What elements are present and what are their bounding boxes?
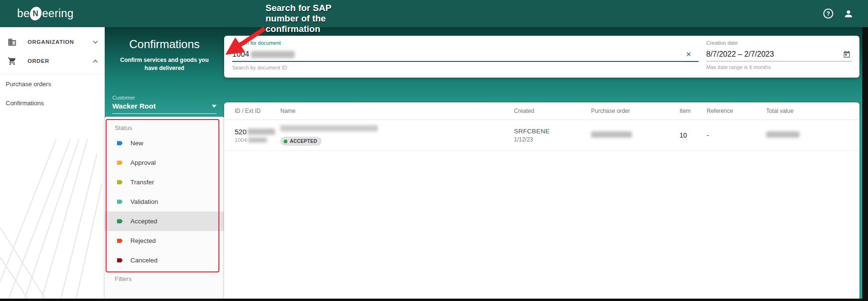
status-item-label: Approval [130,159,156,166]
logo-n-icon: N [28,5,43,22]
status-item-label: Canceled [130,257,158,264]
label-tag-icon [116,179,123,186]
sidebar: ORGANIZATION ORDER Purchase orders Confi… [0,27,105,299]
cell-created: SRFCBENE 1/12/23 [514,128,591,143]
col-header-reference: Reference [707,108,766,114]
ext-id-redacted [248,138,267,142]
col-header-name: Name [280,108,514,114]
appbar-actions: ? [823,9,854,19]
search-input[interactable]: 1004 ✕ [232,48,699,62]
label-tag-icon [116,140,123,147]
col-header-id: ID / Ext ID [224,108,280,114]
status-item-approval[interactable]: Approval [105,153,224,172]
vertical-scrollbar[interactable] [862,27,868,301]
name-redacted [280,125,378,131]
dropdown-caret-icon [212,105,217,108]
cell-purchase-order [591,131,680,140]
search-value-visible: 1004 [232,50,249,59]
creation-date-field: Creation date 8/7/2022 – 2/7/2023 Max da… [699,36,859,78]
table-row[interactable]: 520 1004 ACCEPTED [224,120,859,151]
label-tag-icon [116,218,123,225]
status-item-transfer[interactable]: Transfer [105,172,224,192]
sidebar-item-confirmations[interactable]: Confirmations [0,93,105,112]
filters-section-label: Filters [115,275,224,282]
clear-search-icon[interactable]: ✕ [686,50,691,58]
cell-id: 520 1004 [224,128,280,143]
profile-icon[interactable] [843,9,854,19]
cart-icon [8,57,17,66]
confirmations-table: ID / Ext ID Name Created Purchase order … [224,102,859,299]
status-item-new[interactable]: New [105,133,224,153]
status-item-validation[interactable]: Validation [105,192,224,211]
logo-prefix: be [17,7,30,20]
calendar-icon[interactable] [843,50,851,59]
status-item-label: Accepted [130,218,157,225]
cell-item: 10 [680,131,707,140]
id-redacted [247,129,275,135]
created-date: 1/12/23 [514,136,591,143]
sidebar-item-purchase-orders[interactable]: Purchase orders [0,74,105,93]
chevron-up-icon [93,60,98,63]
architecture-background-art [0,139,105,299]
status-filter-panel: Status New Approval Transfer Validation [105,117,224,299]
label-tag-icon [116,159,123,166]
col-header-po: Purchase order [591,108,680,114]
order-sub-list: Purchase orders Confirmations [0,74,105,112]
date-field-hint: Max date range is 6 months [706,64,852,70]
customer-label: Customer [112,95,217,100]
ext-id-visible: 1004 [235,137,247,143]
status-item-label: Transfer [130,179,154,186]
search-field-hint: Search by document ID [232,65,699,70]
page-header-panel: Confirmations Confirm services and goods… [105,27,224,117]
date-field-label: Creation date [706,40,852,46]
sidebar-item-label: ORGANIZATION [28,39,93,45]
reference-value: - [707,131,709,139]
app-bar: be N eering ? [0,0,868,27]
status-item-accepted[interactable]: Accepted [105,211,224,231]
status-badge: ACCEPTED [280,137,322,146]
label-tag-icon [116,237,123,244]
purchase-order-redacted [591,131,632,138]
item-value: 10 [680,131,687,139]
search-filter-card: Search for document 1004 ✕ Search by doc… [224,36,859,78]
col-header-created: Created [514,108,591,114]
chevron-down-icon [93,40,98,44]
status-section-label: Status [115,124,224,131]
status-item-label: Validation [130,198,158,205]
label-tag-icon [116,257,123,264]
search-field-label: Search for document [232,40,699,46]
building-icon [8,38,17,47]
status-item-rejected[interactable]: Rejected [105,231,224,251]
customer-value: Wacker Root [112,102,156,110]
customer-select[interactable]: Customer Wacker Root [112,95,217,114]
table-header-row: ID / Ext ID Name Created Purchase order … [224,102,859,120]
filter-column: Confirmations Confirm services and goods… [105,27,224,299]
cell-name: ACCEPTED [280,125,514,146]
cell-reference: - [707,131,766,140]
window-bottom-edge [0,299,868,301]
id-visible: 520 [235,128,247,136]
col-header-total: Total value [766,108,823,114]
date-range-value: 8/7/2022 – 2/7/2023 [706,50,774,59]
status-item-label: Rejected [130,237,156,244]
status-item-label: New [130,140,143,147]
help-icon[interactable]: ? [823,9,833,19]
label-tag-icon [116,198,123,205]
logo-suffix: eering [42,7,73,20]
sidebar-item-label: ORDER [28,58,93,64]
status-item-canceled[interactable]: Canceled [105,251,224,270]
search-value-redacted [251,51,295,58]
accepted-dot-icon [284,140,287,143]
page-subtitle: Confirm services and goods you have deli… [114,56,216,72]
app-screen: be N eering ? ORGANIZATION [0,0,868,301]
sidebar-item-organization[interactable]: ORGANIZATION [0,32,105,51]
col-header-item: Item [680,108,707,114]
document-search-field: Search for document 1004 ✕ Search by doc… [224,36,699,78]
date-range-input[interactable]: 8/7/2022 – 2/7/2023 [706,48,852,61]
sidebar-item-order[interactable]: ORDER [0,51,105,70]
main-area: Search for document 1004 ✕ Search by doc… [224,27,862,299]
page-title: Confirmations [105,27,224,51]
content-area: ORGANIZATION ORDER Purchase orders Confi… [0,27,862,299]
status-badge-label: ACCEPTED [290,139,317,144]
created-doc-type: SRFCBENE [514,128,591,135]
